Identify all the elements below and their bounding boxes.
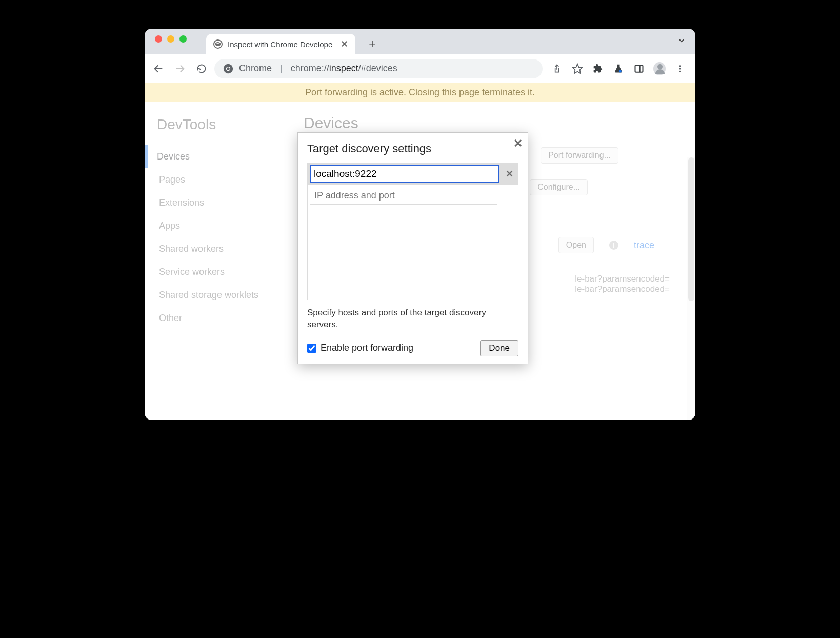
svg-point-11	[679, 70, 681, 72]
star-icon	[572, 63, 583, 74]
arrow-right-icon	[174, 63, 186, 74]
traffic-lights	[151, 29, 191, 54]
checkbox-text: Enable port forwarding	[321, 343, 413, 353]
remove-row-button[interactable]: ✕	[503, 167, 516, 181]
globe-icon	[213, 39, 223, 49]
kebab-icon	[675, 64, 685, 73]
omnibox-url: chrome://inspect/#devices	[291, 63, 397, 74]
port-forwarding-banner: Port forwarding is active. Closing this …	[145, 83, 695, 102]
modal-help-text: Specify hosts and ports of the target di…	[307, 307, 518, 331]
toolbar: Chrome | chrome://inspect/#devices	[145, 54, 695, 83]
bookmark-button[interactable]	[571, 63, 584, 75]
svg-point-9	[679, 65, 681, 67]
omnibox[interactable]: Chrome | chrome://inspect/#devices	[214, 59, 543, 78]
extensions-button[interactable]	[592, 63, 604, 75]
labs-button[interactable]	[612, 63, 625, 75]
tabs-dropdown-button[interactable]	[677, 36, 686, 45]
side-panel-button[interactable]	[633, 63, 645, 75]
sidebar-item-pages[interactable]: Pages	[157, 168, 288, 191]
panel-icon	[634, 64, 644, 74]
window-maximize-button[interactable]	[179, 35, 187, 43]
info-icon: i	[609, 241, 618, 250]
profile-button[interactable]	[653, 63, 666, 75]
chevron-down-icon	[677, 36, 686, 45]
forward-button[interactable]	[171, 60, 189, 77]
svg-rect-7	[635, 65, 643, 72]
open-button[interactable]: Open	[558, 237, 594, 253]
svg-point-10	[679, 68, 681, 69]
target-row: ✕	[308, 163, 518, 185]
modal-title: Target discovery settings	[307, 142, 518, 155]
menu-button[interactable]	[674, 63, 686, 75]
done-button[interactable]: Done	[480, 340, 518, 356]
new-target-input[interactable]	[310, 187, 497, 205]
avatar-icon	[653, 62, 666, 75]
port-forwarding-button[interactable]: Port forwarding...	[541, 147, 618, 164]
sidebar-item-apps[interactable]: Apps	[157, 214, 288, 237]
share-button[interactable]	[551, 63, 563, 75]
tab-close-button[interactable]: ✕	[341, 38, 348, 50]
tab-strip: Inspect with Chrome Develope ✕ ＋	[145, 29, 695, 54]
sidebar: DevTools Devices Pages Extensions Apps S…	[145, 102, 288, 420]
sidebar-item-shared-workers[interactable]: Shared workers	[157, 237, 288, 261]
scrollbar[interactable]	[687, 157, 695, 420]
browser-tab[interactable]: Inspect with Chrome Develope ✕	[206, 34, 355, 54]
puzzle-icon	[593, 64, 603, 74]
flask-icon	[613, 64, 624, 74]
sidebar-item-service-workers[interactable]: Service workers	[157, 261, 288, 284]
svg-point-6	[619, 70, 622, 72]
sidebar-item-devices[interactable]: Devices	[145, 145, 288, 168]
window-close-button[interactable]	[155, 35, 162, 43]
sidebar-item-extensions[interactable]: Extensions	[157, 191, 288, 214]
svg-point-4	[227, 67, 230, 70]
configure-button[interactable]: Configure...	[530, 179, 588, 195]
scroll-thumb[interactable]	[688, 157, 694, 301]
omnibox-divider: |	[277, 63, 286, 74]
arrow-left-icon	[153, 63, 164, 74]
new-tab-button[interactable]: ＋	[365, 36, 380, 51]
page-title: Devices	[304, 114, 680, 132]
toolbar-actions	[547, 63, 690, 75]
browser-window: Inspect with Chrome Develope ✕ ＋ Chrome …	[145, 29, 695, 420]
svg-marker-5	[573, 64, 582, 73]
sidebar-title: DevTools	[157, 116, 288, 133]
share-icon	[552, 64, 562, 74]
tab-title: Inspect with Chrome Develope	[228, 40, 332, 49]
modal-close-button[interactable]: ✕	[513, 137, 523, 150]
reload-icon	[196, 64, 207, 74]
trace-link[interactable]: trace	[634, 240, 654, 251]
target-discovery-modal: ✕ Target discovery settings ✕ Specify ho…	[297, 132, 528, 364]
sidebar-item-shared-storage-worklets[interactable]: Shared storage worklets	[157, 284, 288, 307]
target-host-input[interactable]	[310, 165, 499, 183]
modal-footer: Enable port forwarding Done	[307, 340, 518, 356]
enable-port-forwarding-checkbox[interactable]	[307, 344, 316, 353]
back-button[interactable]	[150, 60, 167, 77]
reload-button[interactable]	[193, 60, 210, 77]
enable-port-forwarding-label[interactable]: Enable port forwarding	[307, 343, 413, 353]
window-minimize-button[interactable]	[167, 35, 174, 43]
omnibox-scheme: Chrome	[239, 63, 272, 74]
target-list: ✕	[307, 163, 518, 300]
sidebar-item-other[interactable]: Other	[157, 307, 288, 330]
chrome-icon	[223, 63, 234, 74]
